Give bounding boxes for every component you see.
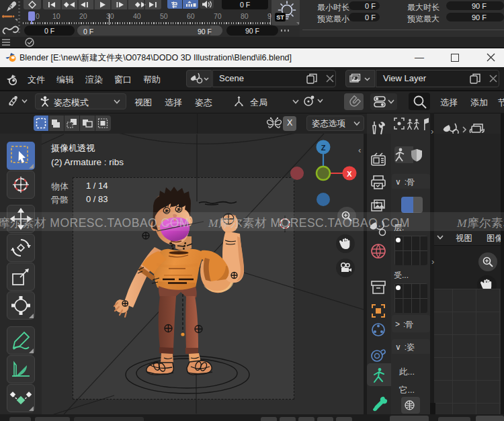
svg-text:ST: ST <box>276 14 284 21</box>
svg-text:Z: Z <box>321 144 326 152</box>
svg-text:X: X <box>347 170 352 178</box>
